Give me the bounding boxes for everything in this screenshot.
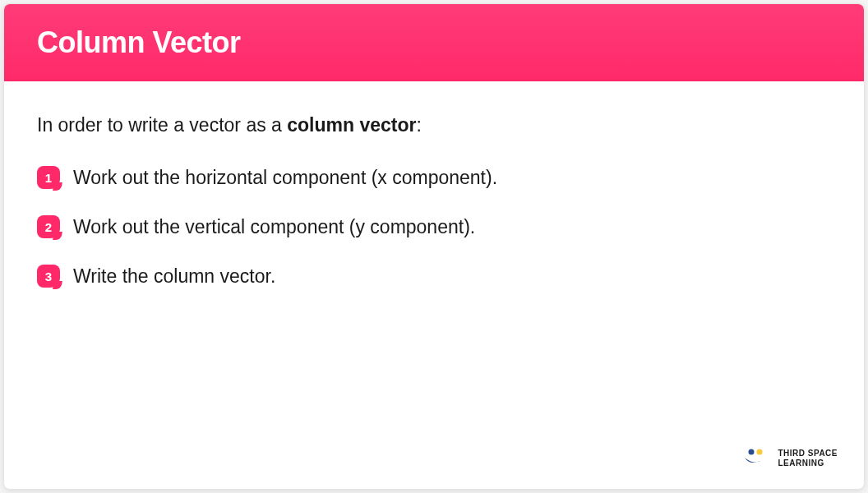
logo-text: THIRD SPACE LEARNING xyxy=(778,449,838,468)
step-number-badge: 2 xyxy=(37,215,60,238)
step-number-badge: 1 xyxy=(37,166,60,189)
card-container: Column Vector In order to write a vector… xyxy=(3,3,865,490)
logo-line1: THIRD SPACE xyxy=(778,449,838,458)
step-text: Work out the vertical component (y compo… xyxy=(73,216,475,238)
list-item: 3 Write the column vector. xyxy=(37,265,831,288)
steps-list: 1 Work out the horizontal component (x c… xyxy=(37,166,831,288)
intro-text: In order to write a vector as a column v… xyxy=(37,114,831,136)
intro-prefix: In order to write a vector as a xyxy=(37,114,287,136)
intro-bold: column vector xyxy=(287,114,416,136)
header-bar: Column Vector xyxy=(4,4,864,81)
logo-line2: LEARNING xyxy=(778,458,838,468)
list-item: 2 Work out the vertical component (y com… xyxy=(37,215,831,238)
list-item: 1 Work out the horizontal component (x c… xyxy=(37,166,831,189)
footer-logo: THIRD SPACE LEARNING xyxy=(743,448,838,469)
page-title: Column Vector xyxy=(37,25,831,60)
step-number-badge: 3 xyxy=(37,265,60,288)
step-text: Write the column vector. xyxy=(73,265,275,288)
content-area: In order to write a vector as a column v… xyxy=(4,81,864,489)
svg-point-1 xyxy=(757,449,763,455)
logo-icon xyxy=(743,448,769,469)
step-text: Work out the horizontal component (x com… xyxy=(73,167,497,189)
svg-point-0 xyxy=(749,449,755,455)
intro-suffix: : xyxy=(416,114,421,136)
